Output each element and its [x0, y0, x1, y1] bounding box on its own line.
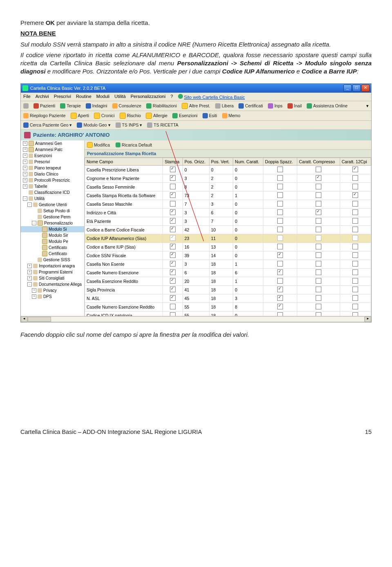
checkbox[interactable]	[352, 209, 358, 215]
checkbox[interactable]	[170, 252, 176, 258]
cell-numcaratt[interactable]: 0	[233, 182, 263, 191]
table-row[interactable]: Cognome e Nome Paziente320	[85, 174, 371, 182]
table-row[interactable]: Codice SSN/ Fiscale39140	[85, 251, 371, 260]
checkbox[interactable]	[170, 278, 176, 284]
cell-posorizz[interactable]: 3	[183, 208, 209, 217]
cell-numcaratt[interactable]: 0	[233, 242, 263, 251]
cell-posorizz[interactable]: 20	[183, 277, 209, 285]
checkbox[interactable]	[352, 278, 358, 284]
checkbox[interactable]	[316, 167, 321, 172]
expand-icon[interactable]: +	[27, 270, 32, 274]
cell-nomecampo[interactable]: Età Paziente	[85, 217, 163, 225]
tb-cercapaziente[interactable]: Cerca Paziente Geo ▾	[23, 122, 72, 128]
tb-esiti[interactable]: Esiti	[203, 113, 217, 118]
tb-riepilogo[interactable]: Riepilogo Paziente	[23, 113, 66, 118]
expand-icon[interactable]: +	[23, 153, 27, 158]
cell-numcaratt[interactable]: 8	[233, 302, 263, 311]
tree-node[interactable]: +Privacy	[21, 287, 84, 294]
checkbox[interactable]	[170, 304, 176, 309]
menu-file[interactable]: File	[23, 94, 31, 100]
cell-posvert[interactable]: 6	[209, 208, 233, 217]
checkbox[interactable]	[352, 227, 358, 232]
checkbox[interactable]	[352, 312, 358, 316]
cell-numcaratt[interactable]: 0	[233, 174, 263, 182]
tree-node[interactable]: Gestione SISS	[21, 257, 84, 263]
table-row[interactable]: Caselle Numero Esenzione6186	[85, 268, 371, 277]
checkbox[interactable]	[352, 235, 358, 241]
tb-pazienti[interactable]: Pazienti	[33, 103, 55, 109]
cell-posorizz[interactable]: 45	[183, 294, 209, 302]
cell-numcaratt[interactable]: 0	[233, 251, 263, 260]
menu-routine[interactable]: Routine	[76, 94, 91, 100]
cell-posvert[interactable]: 0	[209, 165, 233, 174]
menubar[interactable]: File Archivi Prescrivi Routine Moduli Ut…	[21, 93, 371, 101]
menu-personalizzazioni[interactable]: Personalizzazioni	[131, 94, 166, 100]
tree-node[interactable]: Modulo Si	[21, 226, 84, 232]
cell-nomecampo[interactable]: Casella Sesso Femminile	[85, 182, 163, 191]
menu-moduli[interactable]: Moduli	[96, 94, 109, 100]
tree-node[interactable]: +Anamnesi Gen	[21, 140, 84, 147]
tree-node[interactable]: +Piano terapeut	[21, 165, 84, 171]
checkbox[interactable]	[170, 287, 176, 292]
cell-posvert[interactable]: 18	[209, 311, 233, 316]
table-row[interactable]: Casella Sesso Femminile820	[85, 182, 371, 191]
checkbox[interactable]	[277, 192, 283, 198]
tree-node[interactable]: +Siti Consigliati	[21, 275, 84, 281]
checkbox[interactable]	[170, 227, 176, 232]
cell-posorizz[interactable]: 55	[183, 302, 209, 311]
col-nomecampo[interactable]: Nome Campo	[85, 158, 163, 165]
col-compresso[interactable]: Caratt. Compresso	[297, 158, 340, 165]
checkbox[interactable]	[316, 218, 321, 224]
cell-nomecampo[interactable]: Casella Esenzione Reddito	[85, 277, 163, 285]
cell-posorizz[interactable]: 41	[183, 285, 209, 294]
cell-posvert[interactable]: 14	[209, 251, 233, 260]
cell-posorizz[interactable]: 3	[183, 217, 209, 225]
scroll-thumb[interactable]	[28, 317, 51, 322]
tree-node[interactable]: +Diario Clinico	[21, 171, 84, 177]
table-row[interactable]: Casella Prescrizione Libera000	[85, 165, 371, 174]
checkbox[interactable]	[277, 261, 283, 267]
tree-node[interactable]: -Documentazione Allega	[21, 281, 84, 287]
col-posvert[interactable]: Pos. Vert.	[209, 158, 233, 165]
tree-node[interactable]: -Personalizzazio	[21, 220, 84, 226]
checkbox[interactable]	[352, 244, 358, 249]
checkbox[interactable]	[352, 304, 358, 309]
table-row[interactable]: Codice a Barre Codice Fiscale42100	[85, 225, 371, 234]
cell-posvert[interactable]: 18	[209, 302, 233, 311]
cell-numcaratt[interactable]: 1	[233, 260, 263, 268]
cell-numcaratt[interactable]: 1	[233, 277, 263, 285]
tree-node[interactable]: -Gestione Utenti	[21, 202, 84, 208]
expand-icon[interactable]: +	[23, 178, 27, 182]
tb-consulenze[interactable]: Consulenze	[112, 103, 141, 109]
tree-node[interactable]: +Prescrivi	[21, 159, 84, 165]
checkbox[interactable]	[316, 209, 321, 215]
tb-cronici[interactable]: Cronici	[94, 113, 115, 119]
checkbox[interactable]	[277, 304, 283, 309]
expand-icon[interactable]: +	[23, 184, 27, 189]
cell-numcaratt[interactable]: 0	[233, 200, 263, 208]
cell-posvert[interactable]: 10	[209, 225, 233, 234]
back-icon[interactable]	[23, 103, 29, 109]
toolbar-overflow-icon[interactable]: ▾	[366, 103, 369, 108]
checkbox[interactable]	[352, 175, 358, 181]
checkbox[interactable]	[352, 269, 358, 275]
expand-icon[interactable]: +	[27, 264, 32, 268]
tb-riabilitazioni[interactable]: Riabilitazioni	[146, 103, 177, 109]
menu-utilita[interactable]: Utilità	[114, 94, 126, 100]
tb-tsinps[interactable]: TS INPS ▾	[116, 122, 143, 128]
checkbox[interactable]	[316, 252, 321, 258]
table-row[interactable]: Indirizzo e Città360	[85, 208, 371, 217]
cell-posorizz[interactable]: 6	[183, 268, 209, 277]
cell-posorizz[interactable]: 3	[183, 174, 209, 182]
cell-posvert[interactable]: 2	[209, 174, 233, 182]
cell-posorizz[interactable]: 7	[183, 200, 209, 208]
col-12cpi[interactable]: Caratt. 12Cpi	[340, 158, 371, 165]
tb-tsricetta[interactable]: TS RICETTA	[147, 122, 178, 128]
cell-nomecampo[interactable]: Codice a Barre IUP (Siss)	[85, 242, 163, 251]
cell-numcaratt[interactable]: 1	[233, 191, 263, 200]
tree-node[interactable]: +Programmi Esterni	[21, 269, 84, 275]
expand-icon[interactable]: +	[27, 276, 32, 280]
table-row[interactable]: Caselle Numero Esenzione Reddito55188	[85, 302, 371, 311]
checkbox[interactable]	[170, 312, 176, 316]
checkbox[interactable]	[170, 167, 176, 172]
